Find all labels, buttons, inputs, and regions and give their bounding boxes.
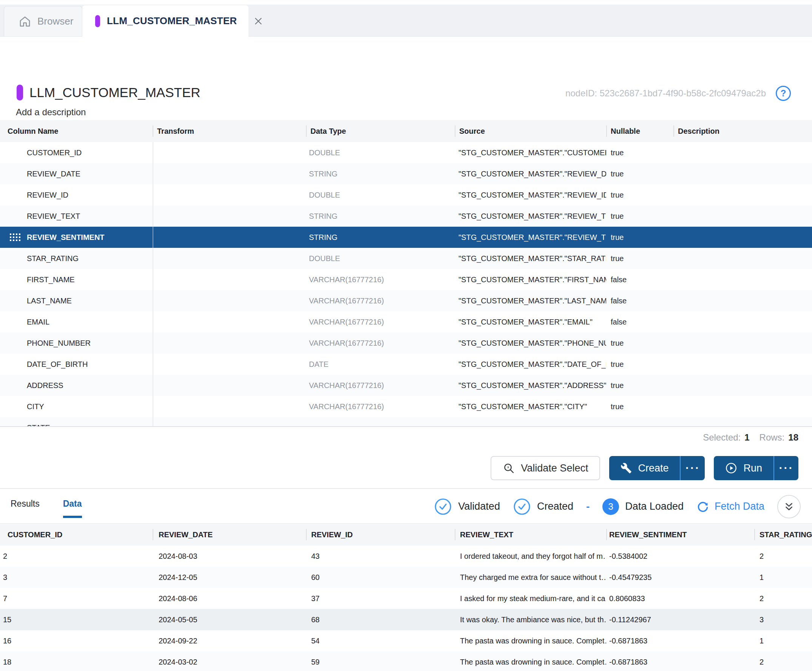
source-cell: "STG_CUSTOMER_MASTER"."CUSTOMER_ID": [455, 142, 606, 163]
create-more-button[interactable]: ···: [681, 456, 705, 480]
mapping-row-review-id[interactable]: REVIEW_IDDOUBLE"STG_CUSTOMER_MASTER"."RE…: [0, 184, 812, 206]
mapping-row-star-rating[interactable]: STAR_RATINGDOUBLE"STG_CUSTOMER_MASTER"."…: [0, 248, 812, 269]
tab-results[interactable]: Results: [10, 499, 40, 518]
description-cell[interactable]: [673, 227, 812, 248]
cell-customer-id: 15: [0, 609, 153, 630]
cell-review-text: The pasta was drowning in sauce. Complet…: [455, 630, 606, 651]
data-type-cell: VARCHAR(16777216): [306, 396, 455, 417]
rows-count: 18: [788, 432, 798, 443]
cell-star-rating: 2: [754, 651, 812, 671]
data-column-header-review-text: REVIEW_TEXT: [455, 524, 606, 545]
tab-browser[interactable]: Browser: [4, 6, 82, 36]
mapping-row-phone-number[interactable]: PHONE_NUMBERVARCHAR(16777216)"STG_CUSTOM…: [0, 332, 812, 354]
column-name-cell: REVIEW_SENTIMENT: [0, 227, 153, 248]
nullable-cell: true: [606, 142, 673, 163]
refresh-icon: [696, 500, 709, 513]
data-column-header-review-id: REVIEW_ID: [306, 524, 455, 545]
transform-cell[interactable]: [153, 290, 306, 311]
fetch-data-button[interactable]: Fetch Data: [696, 500, 764, 513]
transform-cell[interactable]: [153, 184, 306, 206]
transform-cell[interactable]: [153, 206, 306, 227]
drag-handle-icon[interactable]: [10, 233, 21, 244]
mapping-row-review-text[interactable]: REVIEW_TEXTSTRING"STG_CUSTOMER_MASTER"."…: [0, 206, 812, 227]
description-cell[interactable]: [673, 332, 812, 354]
validate-select-button[interactable]: Validate Select: [491, 456, 600, 480]
description-cell[interactable]: [673, 290, 812, 311]
create-button[interactable]: Create: [609, 456, 680, 480]
source-cell: "STG_CUSTOMER_MASTER"."REVIEW_ID": [455, 184, 606, 206]
cell-review-sentiment: 0.8060833: [606, 588, 754, 609]
transform-cell[interactable]: [153, 248, 306, 269]
description-cell[interactable]: [673, 248, 812, 269]
nullable-cell: true: [606, 227, 673, 248]
cell-star-rating: 1: [754, 567, 812, 588]
description-cell[interactable]: [673, 269, 812, 290]
cell-review-sentiment: -0.6871863: [606, 630, 754, 651]
mapping-row-review-date[interactable]: REVIEW_DATESTRING"STG_CUSTOMER_MASTER"."…: [0, 163, 812, 184]
data-row-customer-18[interactable]: 182024-03-0259The pasta was drowning in …: [0, 651, 812, 671]
transform-cell[interactable]: [153, 163, 306, 184]
data-row-customer-16[interactable]: 162024-09-2254The pasta was drowning in …: [0, 630, 812, 651]
mapping-column-header-description: Description: [673, 120, 812, 142]
mapping-column-header-source: Source: [455, 120, 606, 142]
mapping-row-address[interactable]: ADDRESSVARCHAR(16777216)"STG_CUSTOMER_MA…: [0, 375, 812, 396]
rows-label: Rows:: [759, 432, 785, 443]
mapping-row-email[interactable]: EMAILVARCHAR(16777216)"STG_CUSTOMER_MAST…: [0, 311, 812, 332]
transform-cell[interactable]: [153, 142, 306, 163]
mapping-column-header-transform: Transform: [153, 120, 306, 142]
transform-cell[interactable]: [153, 269, 306, 290]
tab-llm-customer-master[interactable]: LLM_CUSTOMER_MASTER: [82, 5, 248, 37]
nullable-cell: true: [606, 163, 673, 184]
description-cell[interactable]: [673, 417, 812, 427]
data-row-customer-3[interactable]: 32024-12-0560They charged me extra for s…: [0, 567, 812, 588]
status-created: Created: [513, 497, 573, 516]
action-button-bar: Validate Select Create ··· Run ···: [0, 448, 812, 488]
data-row-customer-15[interactable]: 152024-05-0568It was okay. The ambiance …: [0, 609, 812, 630]
data-row-customer-7[interactable]: 72024-08-0637I asked for my steak medium…: [0, 588, 812, 609]
description-cell[interactable]: [673, 375, 812, 396]
close-icon[interactable]: [253, 16, 263, 26]
mapping-row-first-name[interactable]: FIRST_NAMEVARCHAR(16777216)"STG_CUSTOMER…: [0, 269, 812, 290]
collapse-panel-button[interactable]: [777, 495, 801, 518]
mapping-column-header-column-name: Column Name: [0, 120, 153, 142]
mapping-row-state[interactable]: STATE: [0, 417, 812, 427]
description-cell[interactable]: [673, 142, 812, 163]
create-button-group: Create ···: [609, 456, 705, 480]
run-button[interactable]: Run: [714, 456, 773, 480]
column-name-cell: CUSTOMER_ID: [0, 142, 153, 163]
description-cell[interactable]: [673, 206, 812, 227]
help-icon[interactable]: ?: [776, 86, 791, 101]
mapping-row-city[interactable]: CITYVARCHAR(16777216)"STG_CUSTOMER_MASTE…: [0, 396, 812, 417]
tab-data[interactable]: Data: [63, 499, 82, 518]
transform-cell[interactable]: [153, 375, 306, 396]
transform-cell[interactable]: [153, 417, 306, 427]
cell-review-text: I asked for my steak medium-rare, and it…: [455, 588, 606, 609]
nullable-cell: true: [606, 248, 673, 269]
description-cell[interactable]: [673, 184, 812, 206]
transform-cell[interactable]: [153, 311, 306, 332]
data-type-cell: STRING: [306, 163, 455, 184]
mapping-row-review-sentiment[interactable]: REVIEW_SENTIMENTSTRING"STG_CUSTOMER_MAST…: [0, 227, 812, 248]
transform-cell[interactable]: [153, 354, 306, 375]
transform-cell[interactable]: [153, 227, 306, 248]
description-cell[interactable]: [673, 311, 812, 332]
mapping-row-customer-id[interactable]: CUSTOMER_IDDOUBLE"STG_CUSTOMER_MASTER"."…: [0, 142, 812, 163]
data-column-header-review-sentiment: REVIEW_SENTIMENT: [606, 524, 754, 545]
mapping-row-date-of-birth[interactable]: DATE_OF_BIRTHDATE"STG_CUSTOMER_MASTER"."…: [0, 354, 812, 375]
transform-cell[interactable]: [153, 396, 306, 417]
run-more-button[interactable]: ···: [774, 456, 798, 480]
description-cell[interactable]: [673, 396, 812, 417]
selected-count: 1: [744, 432, 749, 443]
description-cell[interactable]: [673, 163, 812, 184]
cell-star-rating: 1: [754, 630, 812, 651]
cell-review-id: 37: [306, 588, 455, 609]
description-cell[interactable]: [673, 354, 812, 375]
column-name-cell: LAST_NAME: [0, 290, 153, 311]
add-description-field[interactable]: Add a description: [16, 107, 86, 118]
check-circle-icon: [434, 497, 452, 516]
mapping-row-last-name[interactable]: LAST_NAMEVARCHAR(16777216)"STG_CUSTOMER_…: [0, 290, 812, 311]
data-type-cell: VARCHAR(16777216): [306, 290, 455, 311]
transform-cell[interactable]: [153, 332, 306, 354]
data-row-customer-2[interactable]: 22024-08-0343I ordered takeout, and they…: [0, 545, 812, 567]
validated-label: Validated: [458, 501, 500, 512]
